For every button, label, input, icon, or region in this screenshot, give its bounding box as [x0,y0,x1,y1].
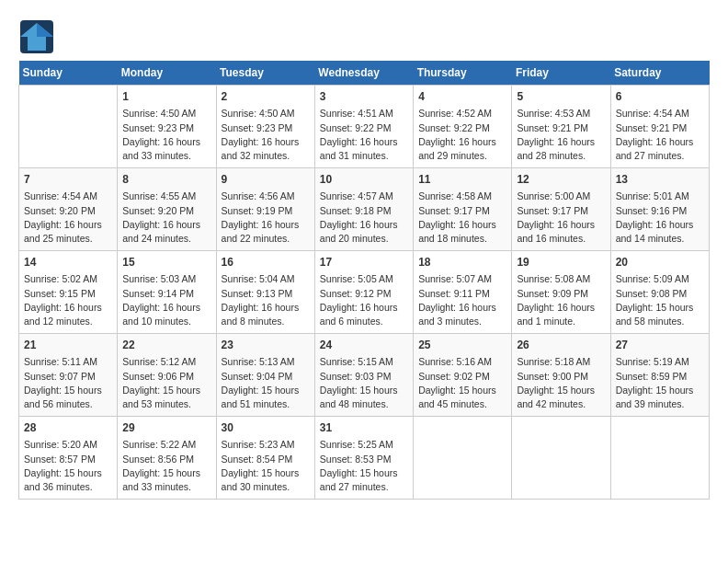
calendar-cell: 11Sunrise: 4:58 AMSunset: 9:17 PMDayligh… [414,168,512,251]
calendar-cell: 29Sunrise: 5:22 AMSunset: 8:56 PMDayligh… [118,417,216,500]
day-info: Sunrise: 5:15 AMSunset: 9:03 PMDaylight:… [320,355,408,411]
calendar-week-1: 1Sunrise: 4:50 AMSunset: 9:23 PMDaylight… [19,86,710,168]
day-info: Sunrise: 4:55 AMSunset: 9:20 PMDaylight:… [122,190,210,246]
calendar-cell: 5Sunrise: 4:53 AMSunset: 9:21 PMDaylight… [512,86,610,168]
logo-icon [18,18,51,52]
header-wednesday: Wednesday [314,61,413,86]
day-info: Sunrise: 5:16 AMSunset: 9:02 PMDaylight:… [418,355,506,411]
calendar-cell: 25Sunrise: 5:16 AMSunset: 9:02 PMDayligh… [414,334,512,417]
calendar-cell: 6Sunrise: 4:54 AMSunset: 9:21 PMDaylight… [610,86,709,168]
day-number: 5 [517,89,605,105]
day-info: Sunrise: 4:54 AMSunset: 9:21 PMDaylight:… [616,107,704,163]
day-info: Sunrise: 4:53 AMSunset: 9:21 PMDaylight:… [517,107,605,163]
calendar-cell [414,417,512,500]
day-number: 18 [418,255,506,270]
header-friday: Friday [512,61,610,86]
calendar-cell: 9Sunrise: 4:56 AMSunset: 9:19 PMDaylight… [216,168,314,251]
day-info: Sunrise: 5:19 AMSunset: 8:59 PMDaylight:… [616,355,704,411]
calendar-cell: 24Sunrise: 5:15 AMSunset: 9:03 PMDayligh… [314,334,413,417]
calendar-cell: 19Sunrise: 5:08 AMSunset: 9:09 PMDayligh… [512,251,610,334]
calendar-cell: 16Sunrise: 5:04 AMSunset: 9:13 PMDayligh… [216,251,314,334]
day-info: Sunrise: 5:09 AMSunset: 9:08 PMDaylight:… [616,272,704,328]
day-info: Sunrise: 4:56 AMSunset: 9:19 PMDaylight:… [222,190,310,246]
day-number: 7 [24,172,112,188]
day-number: 9 [222,172,310,188]
day-info: Sunrise: 5:13 AMSunset: 9:04 PMDaylight:… [222,355,310,411]
calendar-cell: 7Sunrise: 4:54 AMSunset: 9:20 PMDaylight… [19,168,118,251]
day-info: Sunrise: 5:22 AMSunset: 8:56 PMDaylight:… [122,438,210,494]
day-number: 16 [222,255,310,270]
day-info: Sunrise: 5:23 AMSunset: 8:54 PMDaylight:… [222,438,310,494]
day-info: Sunrise: 4:57 AMSunset: 9:18 PMDaylight:… [320,190,408,246]
day-number: 11 [418,172,506,188]
calendar-cell: 28Sunrise: 5:20 AMSunset: 8:57 PMDayligh… [19,417,118,500]
calendar-header-row: SundayMondayTuesdayWednesdayThursdayFrid… [19,61,710,86]
day-number: 10 [320,172,408,188]
day-number: 6 [616,89,704,105]
day-info: Sunrise: 4:51 AMSunset: 9:22 PMDaylight:… [320,107,408,163]
day-info: Sunrise: 5:03 AMSunset: 9:14 PMDaylight:… [122,272,210,328]
day-number: 28 [24,420,112,436]
calendar-cell: 13Sunrise: 5:01 AMSunset: 9:16 PMDayligh… [610,168,709,251]
calendar-cell: 30Sunrise: 5:23 AMSunset: 8:54 PMDayligh… [216,417,314,500]
calendar-cell: 22Sunrise: 5:12 AMSunset: 9:06 PMDayligh… [118,334,216,417]
calendar-week-2: 7Sunrise: 4:54 AMSunset: 9:20 PMDaylight… [19,168,710,251]
day-info: Sunrise: 4:58 AMSunset: 9:17 PMDaylight:… [418,190,506,246]
calendar-week-5: 28Sunrise: 5:20 AMSunset: 8:57 PMDayligh… [19,417,710,500]
day-info: Sunrise: 5:20 AMSunset: 8:57 PMDaylight:… [24,438,112,494]
header-saturday: Saturday [610,61,709,86]
day-info: Sunrise: 5:07 AMSunset: 9:11 PMDaylight:… [418,272,506,328]
day-info: Sunrise: 4:50 AMSunset: 9:23 PMDaylight:… [122,107,210,163]
calendar-table: SundayMondayTuesdayWednesdayThursdayFrid… [18,61,710,500]
calendar-week-3: 14Sunrise: 5:02 AMSunset: 9:15 PMDayligh… [19,251,710,334]
page-header [18,18,710,52]
day-number: 17 [320,255,408,270]
day-number: 31 [320,420,408,436]
day-info: Sunrise: 5:18 AMSunset: 9:00 PMDaylight:… [517,355,605,411]
header-tuesday: Tuesday [216,61,314,86]
day-number: 30 [222,420,310,436]
day-number: 1 [122,89,210,105]
day-info: Sunrise: 5:12 AMSunset: 9:06 PMDaylight:… [122,355,210,411]
calendar-cell: 15Sunrise: 5:03 AMSunset: 9:14 PMDayligh… [118,251,216,334]
day-info: Sunrise: 5:08 AMSunset: 9:09 PMDaylight:… [517,272,605,328]
calendar-cell [512,417,610,500]
day-number: 14 [24,255,112,270]
calendar-cell: 31Sunrise: 5:25 AMSunset: 8:53 PMDayligh… [314,417,413,500]
calendar-cell: 23Sunrise: 5:13 AMSunset: 9:04 PMDayligh… [216,334,314,417]
calendar-cell: 12Sunrise: 5:00 AMSunset: 9:17 PMDayligh… [512,168,610,251]
day-info: Sunrise: 5:04 AMSunset: 9:13 PMDaylight:… [222,272,310,328]
day-info: Sunrise: 5:05 AMSunset: 9:12 PMDaylight:… [320,272,408,328]
day-info: Sunrise: 5:11 AMSunset: 9:07 PMDaylight:… [24,355,112,411]
day-info: Sunrise: 5:00 AMSunset: 9:17 PMDaylight:… [517,190,605,246]
calendar-cell: 8Sunrise: 4:55 AMSunset: 9:20 PMDaylight… [118,168,216,251]
header-sunday: Sunday [19,61,118,86]
day-number: 22 [122,338,210,353]
day-number: 24 [320,338,408,353]
calendar-week-4: 21Sunrise: 5:11 AMSunset: 9:07 PMDayligh… [19,334,710,417]
day-number: 29 [122,420,210,436]
day-number: 4 [418,89,506,105]
header-thursday: Thursday [414,61,512,86]
day-number: 27 [616,338,704,353]
day-info: Sunrise: 4:50 AMSunset: 9:23 PMDaylight:… [222,107,310,163]
day-number: 3 [320,89,408,105]
calendar-cell: 17Sunrise: 5:05 AMSunset: 9:12 PMDayligh… [314,251,413,334]
calendar-cell: 18Sunrise: 5:07 AMSunset: 9:11 PMDayligh… [414,251,512,334]
day-number: 20 [616,255,704,270]
day-info: Sunrise: 4:52 AMSunset: 9:22 PMDaylight:… [418,107,506,163]
day-number: 25 [418,338,506,353]
day-info: Sunrise: 5:01 AMSunset: 9:16 PMDaylight:… [616,190,704,246]
calendar-cell: 21Sunrise: 5:11 AMSunset: 9:07 PMDayligh… [19,334,118,417]
day-number: 8 [122,172,210,188]
day-info: Sunrise: 5:25 AMSunset: 8:53 PMDaylight:… [320,438,408,494]
calendar-cell: 26Sunrise: 5:18 AMSunset: 9:00 PMDayligh… [512,334,610,417]
calendar-cell: 3Sunrise: 4:51 AMSunset: 9:22 PMDaylight… [314,86,413,168]
calendar-cell: 10Sunrise: 4:57 AMSunset: 9:18 PMDayligh… [314,168,413,251]
day-info: Sunrise: 5:02 AMSunset: 9:15 PMDaylight:… [24,272,112,328]
calendar-cell [19,86,118,168]
calendar-cell: 20Sunrise: 5:09 AMSunset: 9:08 PMDayligh… [610,251,709,334]
day-number: 2 [222,89,310,105]
day-number: 26 [517,338,605,353]
calendar-cell [610,417,709,500]
